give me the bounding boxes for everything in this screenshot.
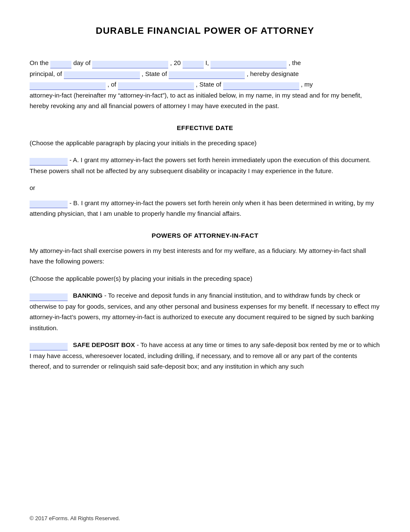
intro-block: On the day of , 20 I, , the principal, o… xyxy=(30,57,380,111)
day-field[interactable] xyxy=(50,61,71,68)
initials-field-b[interactable] xyxy=(30,201,68,208)
banking-label: BANKING xyxy=(73,292,103,299)
attorney-state-field[interactable] xyxy=(223,82,299,90)
effective-date-heading: EFFECTIVE DATE xyxy=(30,124,380,131)
intro-of-2: , of xyxy=(107,81,118,88)
intro-hereby-designate: , hereby designate xyxy=(246,70,298,77)
safe-deposit-label: SAFE DEPOSIT BOX xyxy=(73,341,135,348)
month-field[interactable] xyxy=(92,61,168,68)
option-a-paragraph: - A. I grant my attorney-in-fact the pow… xyxy=(30,155,380,176)
option-b-text: - B. I grant my attorney-in-fact the pow… xyxy=(30,199,374,217)
intro-i: I, xyxy=(205,59,211,66)
initials-field-safe-deposit[interactable] xyxy=(30,343,68,350)
document-title: DURABLE FINANCIAL POWER OF ATTORNEY xyxy=(30,25,380,36)
intro-the: , the xyxy=(289,59,301,66)
principal-address-field[interactable] xyxy=(64,71,140,79)
option-a-text: - A. I grant my attorney-in-fact the pow… xyxy=(30,156,371,174)
banking-paragraph: BANKING - To receive and deposit funds i… xyxy=(30,290,380,333)
intro-principal-of: principal, of xyxy=(30,70,64,77)
initials-field-a[interactable] xyxy=(30,158,68,166)
footer-copyright: © 2017 eForms. All Rights Reserved. xyxy=(30,515,120,521)
attorney-address-field[interactable] xyxy=(118,82,194,90)
effective-date-choose-text: (Choose the applicable paragraph by plac… xyxy=(30,138,380,149)
powers-intro-text: My attorney-in-fact shall exercise power… xyxy=(30,245,380,267)
principal-state-field[interactable] xyxy=(169,71,245,79)
document-page: DURABLE FINANCIAL POWER OF ATTORNEY On t… xyxy=(0,0,410,532)
intro-day-of: day of xyxy=(73,59,92,66)
safe-deposit-paragraph: SAFE DEPOSIT BOX - To have access at any… xyxy=(30,339,380,372)
intro-year-prefix: , 20 xyxy=(170,59,181,66)
year-field[interactable] xyxy=(183,61,204,68)
attorney-name-field[interactable] xyxy=(30,82,106,90)
powers-choose-text: (Choose the applicable power(s) by placi… xyxy=(30,273,380,284)
intro-body-text: attorney-in-fact (hereinafter my “attorn… xyxy=(30,92,362,110)
intro-state-of-1: , State of xyxy=(142,70,169,77)
principal-name-field[interactable] xyxy=(210,61,287,68)
initials-field-banking[interactable] xyxy=(30,293,68,301)
intro-my: , my xyxy=(301,81,313,88)
intro-state-of-2: , State of xyxy=(196,81,223,88)
intro-prefix-on-the: On the xyxy=(30,59,50,66)
or-text: or xyxy=(30,182,380,193)
option-b-paragraph: - B. I grant my attorney-in-fact the pow… xyxy=(30,198,380,219)
powers-heading: POWERS OF ATTORNEY-IN-FACT xyxy=(30,232,380,239)
